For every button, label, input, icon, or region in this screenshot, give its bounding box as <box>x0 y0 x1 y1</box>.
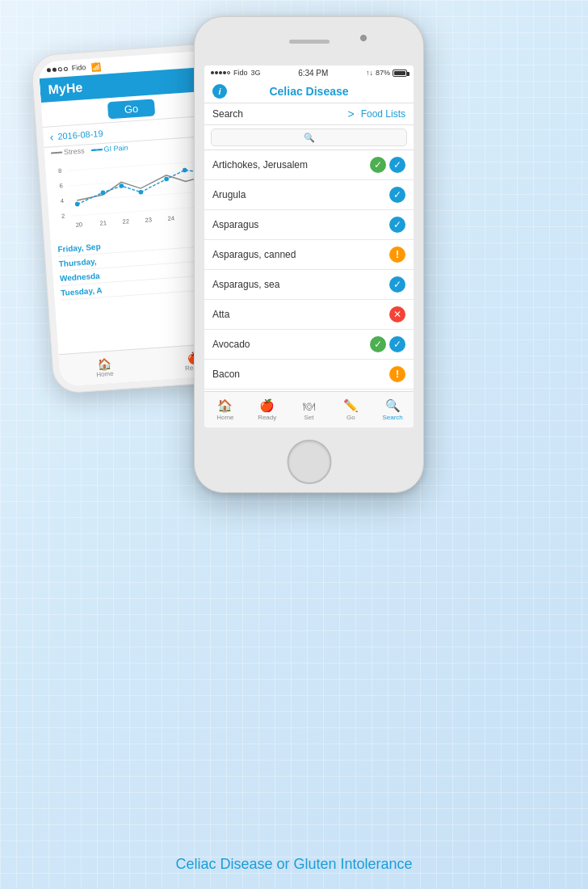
back-home-icon: 🏠 <box>97 357 111 371</box>
blue-check-artichokes: ✓ <box>389 157 405 173</box>
blue-check-asparagus-sea: ✓ <box>389 276 405 293</box>
svg-line-7 <box>70 206 213 216</box>
svg-text:22: 22 <box>122 217 129 225</box>
food-name-asparagus-sea: Asparagus, sea <box>212 279 389 290</box>
food-icons-bacon: ! <box>389 366 405 382</box>
blue-check-asparagus: ✓ <box>389 217 405 233</box>
front-speaker <box>289 40 330 44</box>
food-name-atta: Atta <box>212 309 389 320</box>
search-tab-icon: 🔍 <box>385 398 401 413</box>
svg-point-10 <box>119 183 124 188</box>
back-legend-stress: Stress <box>64 147 85 157</box>
food-icons-asparagus-canned: ! <box>389 246 405 263</box>
signal-1 <box>211 71 214 74</box>
svg-text:2: 2 <box>61 213 65 220</box>
front-status-right: ↑↓ 87% <box>366 69 407 77</box>
food-name-avocado: Avocado <box>212 339 370 350</box>
food-list: Artichokes, Jerusalem ✓ ✓ Arugula ✓ Aspa… <box>204 150 414 403</box>
segment-arrow-icon: > <box>347 107 354 120</box>
go-tab-icon: ✏️ <box>343 398 359 413</box>
svg-text:23: 23 <box>145 216 152 224</box>
svg-point-13 <box>183 167 187 172</box>
bluetooth-icon: ↑↓ <box>366 69 373 77</box>
food-name-artichokes: Artichokes, Jerusalem <box>212 159 370 171</box>
front-tab-home[interactable]: 🏠 Home <box>204 392 246 428</box>
food-item-asparagus-canned[interactable]: Asparagus, canned ! <box>204 240 414 270</box>
food-icons-artichokes: ✓ ✓ <box>370 157 405 173</box>
svg-point-12 <box>164 176 169 181</box>
back-date: 2016-08-19 <box>57 129 103 141</box>
back-legend-gi: GI Pain <box>103 144 128 154</box>
front-phone-top <box>195 17 423 65</box>
front-tab-set[interactable]: 🍽 Set <box>288 392 330 428</box>
front-tab-search[interactable]: 🔍 Search <box>372 392 414 428</box>
info-icon[interactable]: i <box>212 84 227 99</box>
front-tab-home-label: Home <box>216 414 233 421</box>
front-tabbar: 🏠 Home 🍎 Ready 🍽 Set ✏️ Go 🔍 Searc <box>204 391 414 428</box>
svg-text:6: 6 <box>59 182 63 189</box>
front-tab-go-label: Go <box>346 414 355 421</box>
bottom-caption: Celiac Disease or Gluten Intolerance <box>0 856 588 873</box>
back-tab-home[interactable]: 🏠 Home <box>59 349 150 387</box>
food-name-asparagus-canned: Asparagus, canned <box>212 249 389 260</box>
ready-tab-icon: 🍎 <box>259 398 275 413</box>
food-item-avocado[interactable]: Avocado ✓ ✓ <box>204 330 414 360</box>
food-item-asparagus[interactable]: Asparagus ✓ <box>204 210 414 240</box>
front-nav-header: i Celiac Disease <box>204 80 414 103</box>
food-item-artichokes[interactable]: Artichokes, Jerusalem ✓ ✓ <box>204 150 414 180</box>
svg-text:24: 24 <box>167 214 174 222</box>
front-tab-set-label: Set <box>304 414 313 421</box>
search-input[interactable]: 🔍 <box>211 129 407 146</box>
food-icons-avocado: ✓ ✓ <box>370 336 405 352</box>
segment-search[interactable]: Search <box>212 108 341 120</box>
front-status-left: Fido 3G <box>211 69 261 77</box>
food-item-asparagus-sea[interactable]: Asparagus, sea ✓ <box>204 270 414 300</box>
set-tab-icon: 🍽 <box>303 399 315 413</box>
food-icons-arugula: ✓ <box>389 187 405 203</box>
front-network: 3G <box>251 69 261 77</box>
front-screen: Fido 3G 6:34 PM ↑↓ 87% i Celiac Disease <box>204 65 414 428</box>
svg-text:8: 8 <box>58 167 62 175</box>
blue-check-avocado: ✓ <box>389 336 405 352</box>
caption-text: Celiac Disease or Gluten Intolerance <box>175 856 412 872</box>
green-check-artichokes: ✓ <box>370 157 386 173</box>
food-name-asparagus: Asparagus <box>212 219 389 230</box>
svg-text:4: 4 <box>60 197 64 204</box>
home-tab-icon: 🏠 <box>217 398 233 413</box>
food-name-bacon: Bacon <box>212 369 389 380</box>
front-home-button[interactable] <box>287 440 331 484</box>
segment-food-lists[interactable]: Food Lists <box>361 108 405 120</box>
front-phone: Fido 3G 6:34 PM ↑↓ 87% i Celiac Disease <box>194 16 424 493</box>
back-app-title: MyHe <box>48 80 83 97</box>
food-icons-asparagus-sea: ✓ <box>389 276 405 293</box>
svg-point-8 <box>75 202 80 207</box>
food-item-atta[interactable]: Atta ✕ <box>204 300 414 330</box>
svg-text:21: 21 <box>99 219 107 227</box>
back-chevron-icon: ‹ <box>49 130 54 143</box>
food-item-arugula[interactable]: Arugula ✓ <box>204 180 414 210</box>
green-check-avocado: ✓ <box>370 336 386 352</box>
svg-text:20: 20 <box>75 221 82 229</box>
front-camera <box>360 35 367 41</box>
front-tab-ready-label: Ready <box>258 414 276 421</box>
food-item-bacon[interactable]: Bacon ! <box>204 360 414 390</box>
battery-fill <box>394 71 405 75</box>
signal-2 <box>215 71 218 74</box>
food-icons-atta: ✕ <box>389 306 405 322</box>
page-title: Celiac Disease <box>269 85 348 98</box>
orange-warn-bacon: ! <box>389 366 405 382</box>
svg-point-11 <box>138 190 143 195</box>
front-tab-search-label: Search <box>382 414 402 421</box>
front-tab-ready[interactable]: 🍎 Ready <box>246 392 288 428</box>
signal-5 <box>227 71 230 74</box>
back-carrier: Fido <box>71 63 86 72</box>
back-go-button[interactable]: Go <box>107 99 155 119</box>
front-carrier: Fido <box>233 69 248 77</box>
signal-3 <box>219 71 222 74</box>
front-segment: Search > Food Lists <box>204 103 414 125</box>
front-tab-go[interactable]: ✏️ Go <box>330 392 372 428</box>
front-time: 6:34 PM <box>298 69 328 78</box>
food-icons-asparagus: ✓ <box>389 217 405 233</box>
info-icon-label: i <box>218 86 220 96</box>
battery-icon <box>393 70 407 77</box>
